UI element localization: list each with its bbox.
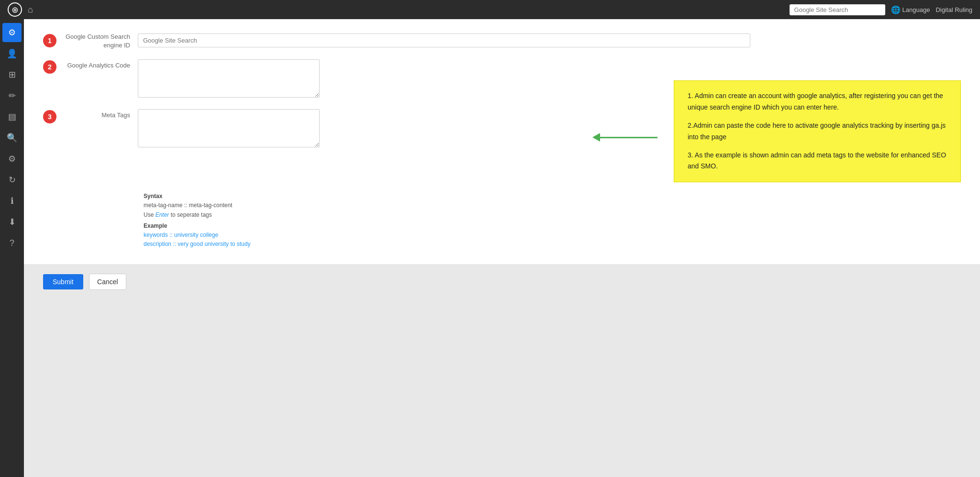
label-analytics: Google Analytics Code — [61, 59, 138, 70]
sidebar-item-users[interactable]: 👤 — [2, 44, 22, 63]
topbar-left: ◎ ⌂ — [8, 2, 33, 17]
submit-button[interactable]: Submit — [43, 274, 83, 289]
example2-text: description :: very good university to s… — [144, 241, 250, 247]
example1-text: keywords :: university college — [144, 232, 218, 238]
main-layout: ⚙ 👤 ⊞ ✏ ▤ 🔍 ⚙ ↻ ℹ ⬇ ? — [0, 19, 980, 477]
syntax-enter-highlight: Enter — [156, 211, 169, 218]
logo-icon: ◎ — [12, 6, 18, 13]
analytics-textarea[interactable] — [138, 59, 320, 98]
sidebar-item-config[interactable]: ⚙ — [2, 149, 22, 168]
topbar: ◎ ⌂ Google Site Search 🌐 Language Digita… — [0, 0, 980, 19]
infobox-line2: 2.Admin can paste the code here to activ… — [688, 120, 947, 143]
content-area: 1 Google Custom Search engine ID 2 Googl… — [24, 19, 980, 477]
brand-label: Digital Ruling — [935, 6, 972, 13]
settings-icon: ⚙ — [8, 27, 16, 38]
sidebar-item-download[interactable]: ⬇ — [2, 212, 22, 232]
sidebar-item-help[interactable]: ? — [2, 233, 22, 253]
sidebar-item-grid[interactable]: ⊞ — [2, 65, 22, 84]
sidebar-item-info[interactable]: ℹ — [2, 191, 22, 211]
badge-3: 3 — [43, 110, 56, 123]
arrow-line — [600, 137, 657, 138]
download-icon: ⬇ — [9, 217, 16, 227]
actions-area: Submit Cancel — [24, 264, 980, 300]
sidebar-item-edit[interactable]: ✏ — [2, 86, 22, 105]
syntax-block: Syntax meta-tag-name :: meta-tag-content… — [144, 192, 961, 249]
infobox-container: 1. Admin can create an account with goog… — [655, 80, 961, 182]
info-icon: ℹ — [11, 196, 14, 206]
users-icon: 👤 — [7, 48, 17, 59]
language-label: Language — [902, 6, 930, 13]
topbar-search-input[interactable]: Google Site Search — [790, 4, 885, 15]
meta-tags-input-wrap — [138, 109, 626, 149]
globe-icon: 🌐 — [891, 5, 901, 14]
sidebar: ⚙ 👤 ⊞ ✏ ▤ 🔍 ⚙ ↻ ℹ ⬇ ? — [0, 19, 24, 477]
infobox-line1: 1. Admin can create an account with goog… — [688, 90, 947, 113]
field-row-3: 3 Meta Tags 1. Admi — [43, 109, 961, 182]
app-logo[interactable]: ◎ — [8, 2, 22, 17]
language-selector[interactable]: 🌐 Language — [891, 5, 930, 14]
info-box: 1. Admin can create an account with goog… — [674, 80, 961, 182]
syntax-line2-prefix: Use — [144, 211, 156, 218]
custom-search-input[interactable] — [138, 33, 750, 47]
example-line2: description :: very good university to s… — [144, 240, 961, 249]
grid-icon: ⊞ — [9, 69, 16, 80]
sidebar-item-search[interactable]: 🔍 — [2, 128, 22, 147]
sidebar-item-settings[interactable]: ⚙ — [2, 23, 22, 42]
sidebar-item-list[interactable]: ▤ — [2, 107, 22, 126]
example-title: Example — [144, 222, 961, 231]
sidebar-item-refresh[interactable]: ↻ — [2, 170, 22, 189]
syntax-line2: Use Enter to seperate tags — [144, 211, 961, 220]
example-line1: keywords :: university college — [144, 231, 961, 240]
badge-1: 1 — [43, 34, 56, 47]
config-icon: ⚙ — [8, 154, 16, 164]
syntax-title: Syntax — [144, 192, 961, 201]
form-card: 1 Google Custom Search engine ID 2 Googl… — [24, 19, 980, 264]
infobox-line3: 3. As the example is shown admin can add… — [688, 150, 947, 173]
arrow-container — [592, 133, 657, 142]
syntax-line1: meta-tag-name :: meta-tag-content — [144, 201, 961, 210]
arrowhead-icon — [592, 133, 600, 142]
help-icon: ? — [10, 238, 14, 248]
badge-2: 2 — [43, 60, 56, 74]
home-button[interactable]: ⌂ — [28, 5, 33, 15]
edit-icon: ✏ — [9, 90, 16, 101]
list-icon: ▤ — [8, 111, 16, 122]
cancel-button[interactable]: Cancel — [89, 274, 126, 290]
refresh-icon: ↻ — [9, 175, 16, 185]
meta-tags-textarea[interactable] — [138, 109, 320, 147]
syntax-line2-suffix: to seperate tags — [169, 211, 212, 218]
topbar-right: Google Site Search 🌐 Language Digital Ru… — [790, 4, 972, 15]
field-row-1: 1 Google Custom Search engine ID — [43, 31, 961, 50]
arrow — [592, 133, 657, 142]
search-icon: 🔍 — [7, 133, 17, 143]
label-custom-search: Google Custom Search engine ID — [61, 31, 138, 50]
custom-search-input-wrap — [138, 33, 961, 47]
label-meta-tags: Meta Tags — [61, 109, 138, 120]
